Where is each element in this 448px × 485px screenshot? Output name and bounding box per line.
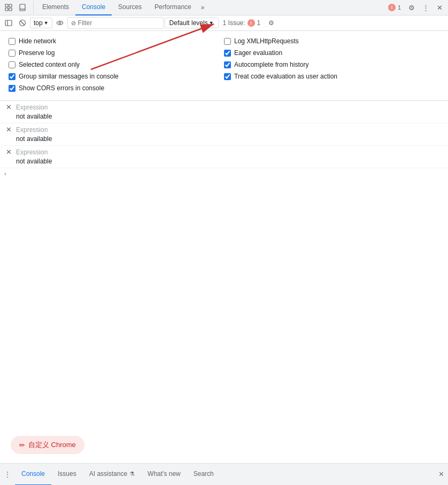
expression-header-1: ✕ Expression xyxy=(4,102,439,112)
log-xml-checkbox[interactable] xyxy=(224,38,231,45)
checkbox-log-xml[interactable]: Log XMLHttpRequests xyxy=(224,35,439,47)
default-levels-button[interactable]: Default levels ▼ xyxy=(165,18,219,28)
checkbox-eager-eval[interactable]: Eager evaluation xyxy=(224,47,439,59)
issue-count-display: 1 Issue: ! 1 xyxy=(220,19,264,27)
filter-input[interactable] xyxy=(78,19,160,27)
bottom-tab-search[interactable]: Search xyxy=(187,464,220,486)
svg-rect-3 xyxy=(9,8,12,11)
expression-remove-1[interactable]: ✕ xyxy=(4,103,13,111)
bottom-tab-bar: ⋮ Console Issues AI assistance ⚗ What's … xyxy=(0,463,448,485)
tab-performance[interactable]: Performance xyxy=(148,0,198,15)
tab-console[interactable]: Console xyxy=(75,0,112,15)
filter-icon: ⊘ xyxy=(71,20,76,27)
pencil-icon: ✏ xyxy=(19,441,25,449)
checkbox-hide-network[interactable]: Hide network xyxy=(9,35,224,47)
svg-rect-1 xyxy=(9,4,12,7)
bottom-tab-console[interactable]: Console xyxy=(15,464,51,486)
expression-row-2: ✕ Expression not available xyxy=(0,123,448,146)
main-tabs: Elements Console Sources Performance » xyxy=(36,0,207,15)
bottom-tab-whats-new[interactable]: What's new xyxy=(141,464,187,486)
preserve-log-checkbox[interactable] xyxy=(9,50,16,57)
expression-header-2: ✕ Expression xyxy=(4,124,439,135)
device-icon[interactable] xyxy=(16,1,29,14)
expression-value-2: not available xyxy=(4,135,439,144)
selected-context-checkbox[interactable] xyxy=(9,61,16,68)
checkbox-show-cors[interactable]: Show CORS errors in console xyxy=(9,82,224,94)
console-settings-panel: Hide network Preserve log Selected conte… xyxy=(0,31,448,101)
more-options-icon[interactable]: ⋮ xyxy=(419,1,432,14)
settings-icon[interactable]: ⚙ xyxy=(405,1,418,14)
svg-point-11 xyxy=(57,21,63,25)
svg-line-10 xyxy=(21,21,25,25)
nav-right-icons: ! 1 ⚙ ⋮ ✕ xyxy=(385,1,446,14)
expression-row-1: ✕ Expression not available xyxy=(0,101,448,123)
checkbox-autocomplete[interactable]: Autocomplete from history xyxy=(224,59,439,71)
sidebar-toggle-icon[interactable] xyxy=(2,17,15,29)
filter-box[interactable]: ⊘ xyxy=(67,17,164,29)
svg-point-12 xyxy=(59,22,61,24)
eager-eval-checkbox[interactable] xyxy=(224,50,231,57)
expand-row[interactable]: › xyxy=(0,168,448,179)
checkbox-preserve-log[interactable]: Preserve log xyxy=(9,47,224,59)
console-settings-icon[interactable]: ⚙ xyxy=(265,17,277,29)
clear-console-icon[interactable] xyxy=(16,17,29,29)
chevron-right-icon: › xyxy=(4,170,6,177)
expression-header-3: ✕ Expression xyxy=(4,147,439,157)
close-bottom-panel-button[interactable]: × xyxy=(435,464,448,486)
devtools-icons xyxy=(2,1,34,14)
console-toolbar: top ▼ ⊘ Default levels ▼ 1 Issue: ! 1 ⚙ xyxy=(0,15,448,31)
tab-elements[interactable]: Elements xyxy=(36,0,75,15)
expression-remove-2[interactable]: ✕ xyxy=(4,126,13,134)
tab-sources[interactable]: Sources xyxy=(112,0,148,15)
bottom-tab-issues[interactable]: Issues xyxy=(51,464,83,486)
customize-chrome-button[interactable]: ✏ 自定义 Chrome xyxy=(11,436,84,454)
svg-rect-2 xyxy=(5,8,8,11)
issue-warning-icon: ! xyxy=(388,4,396,11)
svg-rect-0 xyxy=(5,4,8,7)
inspect-icon[interactable] xyxy=(2,1,15,14)
close-devtools-icon[interactable]: ✕ xyxy=(433,1,446,14)
checkbox-selected-context[interactable]: Selected context only xyxy=(9,59,224,71)
bottom-tab-ai-assistance[interactable]: AI assistance ⚗ xyxy=(83,464,141,486)
issue-badge: ! 1 xyxy=(385,3,404,12)
expression-row-3: ✕ Expression not available xyxy=(0,146,448,168)
more-tabs-button[interactable]: » xyxy=(198,0,208,15)
svg-point-6 xyxy=(22,10,22,10)
issue-count-icon: ! xyxy=(248,19,255,27)
expression-value-1: not available xyxy=(4,112,439,122)
svg-rect-7 xyxy=(5,20,12,26)
bottom-more-icon[interactable]: ⋮ xyxy=(0,464,15,486)
expression-value-3: not available xyxy=(4,157,439,167)
show-cors-checkbox[interactable] xyxy=(9,85,16,92)
checkbox-treat-code[interactable]: Treat code evaluation as user action xyxy=(224,71,439,82)
hide-network-checkbox[interactable] xyxy=(9,38,16,45)
group-similar-checkbox[interactable] xyxy=(9,73,16,80)
context-selector[interactable]: top ▼ xyxy=(30,18,52,28)
checkbox-group-similar[interactable]: Group similar messages in console xyxy=(9,71,224,82)
checkbox-col-left: Hide network Preserve log Selected conte… xyxy=(9,35,224,94)
expression-remove-3[interactable]: ✕ xyxy=(4,148,13,156)
checkbox-col-right: Log XMLHttpRequests Eager evaluation Aut… xyxy=(224,35,439,94)
top-nav-bar: Elements Console Sources Performance » !… xyxy=(0,0,448,15)
autocomplete-checkbox[interactable] xyxy=(224,61,231,68)
eye-icon[interactable] xyxy=(53,17,66,29)
expressions-panel: ✕ Expression not available ✕ Expression … xyxy=(0,101,448,179)
treat-code-checkbox[interactable] xyxy=(224,73,231,80)
